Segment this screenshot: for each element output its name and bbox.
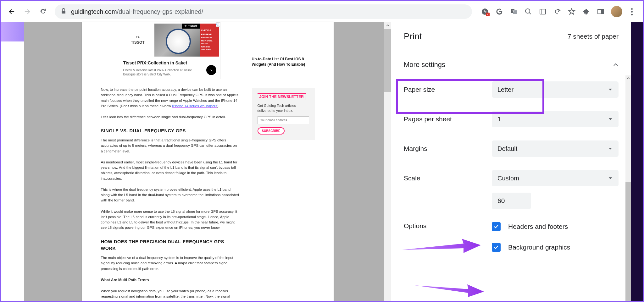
- newsletter-box: JOIN THE NEWSLETTER Get Guiding Tech art…: [252, 88, 315, 140]
- chrome-menu[interactable]: [629, 6, 635, 18]
- ad-title: Tissot PRX:Collection in Saket: [123, 60, 217, 66]
- heading: SINGLE VS. DUAL-FREQUENCY GPS: [101, 128, 239, 135]
- margins-dropdown[interactable]: Default: [492, 140, 619, 157]
- svg-point-1: [484, 10, 485, 12]
- ad-red-banner: CHECK &RESERVE BOOK ONLINE. TRY IN STORE…: [200, 24, 219, 57]
- scale-dropdown[interactable]: Custom: [492, 170, 619, 186]
- left-gutter: [1, 22, 24, 302]
- scroll-thumb[interactable]: [384, 29, 391, 92]
- reload-icon: [40, 8, 47, 15]
- preview-wrap: ⓘ T+ TISSOT T+ TISSOT CHECK &RESERVE: [24, 22, 391, 302]
- forward-button[interactable]: [21, 5, 34, 18]
- url-path: /dual-frequency-gps-explained/: [117, 8, 203, 15]
- chevron-down-icon: [608, 176, 613, 181]
- lock-icon: [61, 8, 66, 15]
- paper-size-dropdown[interactable]: Letter: [492, 81, 619, 98]
- headers-footers-label: Headers and footers: [508, 223, 568, 230]
- extensions-icon[interactable]: [582, 8, 590, 16]
- paragraph: Let's look into the difference between s…: [101, 114, 239, 120]
- google-icon[interactable]: [495, 8, 503, 16]
- pages-per-sheet-label: Pages per sheet: [404, 115, 492, 123]
- newsletter-desc: Get Guiding Tech articles delivered to y…: [258, 103, 309, 113]
- right-gutter: [631, 22, 643, 302]
- pages-per-sheet-dropdown[interactable]: 1: [492, 111, 619, 127]
- more-settings-toggle[interactable]: More settings: [391, 51, 631, 78]
- scale-value-input[interactable]: [492, 193, 531, 209]
- page-preview[interactable]: ⓘ T+ TISSOT T+ TISSOT CHECK &RESERVE: [82, 22, 334, 302]
- chevron-down-icon: [608, 146, 613, 151]
- bookmark-icon[interactable]: [568, 8, 576, 16]
- paragraph: The main objective of a dual frequency s…: [101, 255, 239, 272]
- paragraph: When you request navigation data, you us…: [101, 288, 239, 299]
- heading: HOW DOES THE PRECISION DUAL-FREQUENCY GP…: [101, 239, 239, 252]
- sheet-count: 7 sheets of paper: [568, 33, 619, 40]
- paragraph: The most prominent difference is that a …: [101, 138, 239, 154]
- chevron-up-icon: [613, 62, 619, 68]
- ad-close-icon[interactable]: ⓘ: [216, 22, 220, 27]
- options-label: Options: [404, 222, 492, 230]
- paragraph: Now, to increase the pinpoint location a…: [101, 87, 239, 109]
- preview-scrollbar[interactable]: [384, 22, 391, 302]
- background-graphics-checkbox[interactable]: [492, 243, 501, 252]
- chevron-down-icon: [608, 87, 613, 92]
- reader-icon[interactable]: [539, 8, 547, 16]
- subscribe-button[interactable]: SUBSCRIBE: [258, 127, 285, 135]
- share-icon[interactable]: [553, 8, 561, 16]
- background-graphics-label: Background graphics: [508, 244, 570, 251]
- zoom-out-icon[interactable]: [524, 8, 532, 16]
- svg-text:文: 文: [512, 9, 515, 13]
- svg-rect-7: [540, 9, 546, 14]
- adblock-icon[interactable]: ✕: [481, 8, 489, 16]
- url-host: guidingtech.com: [71, 8, 117, 15]
- wallpaper-link[interactable]: iPhone 14 series wallpapers: [172, 104, 217, 108]
- ad-desc: Check & Reserve latest PRX- Collection a…: [123, 68, 196, 76]
- check-icon: [493, 244, 499, 250]
- arrow-right-icon: [24, 8, 31, 15]
- margins-label: Margins: [404, 145, 492, 152]
- scroll-up-icon[interactable]: [384, 22, 391, 29]
- tab-icon[interactable]: [597, 8, 605, 16]
- profile-avatar[interactable]: [611, 6, 622, 17]
- related-link[interactable]: Up-to-Date List Of Best iOS 8 Widgets (A…: [252, 57, 315, 67]
- newsletter-title: JOIN THE NEWSLETTER: [258, 93, 306, 101]
- print-preview-pane: ⓘ T+ TISSOT T+ TISSOT CHECK &RESERVE: [1, 22, 391, 302]
- scroll-thumb[interactable]: [625, 182, 631, 302]
- extensions-area: ✕ 文: [477, 6, 639, 18]
- ad-arrow-icon[interactable]: ›: [206, 65, 216, 75]
- reload-button[interactable]: [36, 5, 50, 18]
- more-settings-label: More settings: [404, 61, 445, 69]
- chevron-down-icon: [608, 117, 613, 122]
- svg-rect-9: [601, 9, 603, 14]
- address-bar[interactable]: guidingtech.com/dual-frequency-gps-expla…: [55, 4, 472, 19]
- ad-card[interactable]: ⓘ T+ TISSOT T+ TISSOT CHECK &RESERVE: [120, 22, 220, 79]
- panel-scrollbar[interactable]: [625, 75, 631, 302]
- translate-icon[interactable]: 文: [510, 8, 518, 16]
- scroll-up-icon[interactable]: [625, 75, 631, 81]
- subheading: What Are Multi-Path Errors: [101, 277, 239, 283]
- print-title: Print: [404, 31, 422, 41]
- arrow-left-icon: [8, 8, 15, 15]
- ad-brand-bar: T+ TISSOT: [182, 24, 200, 29]
- print-dialog: Print 7 sheets of paper More settings Pa…: [391, 22, 631, 302]
- newsletter-email-input[interactable]: [258, 116, 309, 124]
- paragraph: While it would make more sense to use th…: [101, 209, 239, 231]
- paragraph: This is where the dual-frequency system …: [101, 187, 239, 203]
- back-button[interactable]: [5, 5, 18, 18]
- scale-label: Scale: [404, 174, 492, 182]
- check-icon: [493, 224, 499, 229]
- paragraph: As mentioned earlier, most single-freque…: [101, 160, 239, 181]
- ad-logo: T+ TISSOT: [121, 24, 154, 57]
- paper-size-label: Paper size: [404, 86, 492, 93]
- headers-footers-checkbox[interactable]: [492, 222, 501, 231]
- browser-toolbar: guidingtech.com/dual-frequency-gps-expla…: [1, 1, 643, 22]
